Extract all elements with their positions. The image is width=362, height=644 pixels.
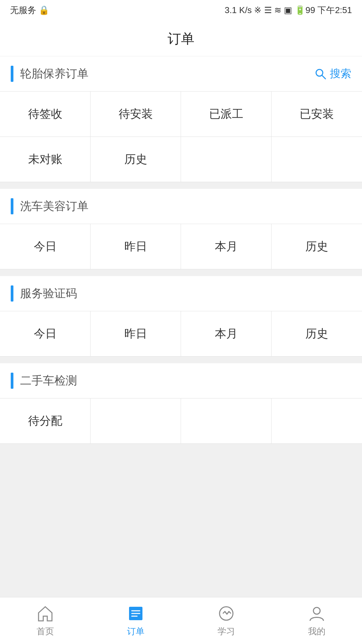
service-item-1[interactable]: 昨日: [90, 311, 181, 357]
carwash-section: 洗车美容订单 今日 昨日 本月 历史: [0, 189, 362, 269]
status-right: 3.1 K/s ※ ☰ ≋ ▣ 🔋99 下午2:51: [225, 4, 352, 16]
usedcar-section-title: 二手车检测: [20, 373, 77, 388]
tire-blue-bar: [11, 66, 13, 82]
tire-section-header: 轮胎保养订单 搜索: [0, 56, 362, 91]
usedcar-section: 二手车检测 待分配: [0, 363, 362, 444]
mine-icon: [307, 604, 326, 623]
carwash-item-1[interactable]: 昨日: [90, 224, 181, 269]
nav-item-learn[interactable]: 学习: [181, 604, 272, 637]
carwash-title-area: 洗车美容订单: [11, 198, 88, 214]
usedcar-item-0[interactable]: 待分配: [0, 398, 90, 444]
usedcar-blue-bar: [11, 373, 13, 389]
service-title-area: 服务验证码: [11, 285, 77, 302]
nav-item-orders[interactable]: 订单: [90, 604, 181, 637]
page-title: 订单: [168, 31, 194, 46]
orders-icon: [126, 604, 145, 623]
main-content: 轮胎保养订单 搜索 待签收 待安装 已派工 已安装 未对账 历史: [0, 56, 362, 504]
service-item-0[interactable]: 今日: [0, 311, 90, 357]
tire-item-2[interactable]: 已派工: [181, 92, 272, 137]
tire-item-4[interactable]: 未对账: [0, 137, 90, 182]
service-blue-bar: [11, 285, 13, 302]
carwash-item-3[interactable]: 历史: [272, 224, 362, 269]
nav-label-mine: 我的: [308, 626, 325, 637]
svg-point-7: [313, 607, 320, 614]
carwash-item-0[interactable]: 今日: [0, 224, 90, 269]
service-section: 服务验证码 今日 昨日 本月 历史: [0, 276, 362, 357]
service-item-3[interactable]: 历史: [272, 311, 362, 357]
tire-item-3[interactable]: 已安装: [272, 92, 362, 137]
nav-item-mine[interactable]: 我的: [272, 604, 362, 637]
usedcar-title-area: 二手车检测: [11, 373, 77, 389]
carwash-menu-grid: 今日 昨日 本月 历史: [0, 224, 362, 269]
tire-item-empty-2: [272, 137, 362, 182]
nav-label-orders: 订单: [127, 626, 144, 637]
tire-item-1[interactable]: 待安装: [90, 92, 181, 137]
home-icon: [36, 604, 55, 623]
status-bar: 无服务 🔒 3.1 K/s ※ ☰ ≋ ▣ 🔋99 下午2:51: [0, 0, 362, 20]
tire-menu-grid: 待签收 待安装 已派工 已安装 未对账 历史: [0, 91, 362, 182]
tire-item-0[interactable]: 待签收: [0, 92, 90, 137]
service-section-title: 服务验证码: [20, 286, 77, 301]
tire-search[interactable]: 搜索: [314, 66, 351, 81]
tire-section: 轮胎保养订单 搜索 待签收 待安装 已派工 已安装 未对账 历史: [0, 56, 362, 182]
usedcar-section-header: 二手车检测: [0, 363, 362, 398]
carwash-section-header: 洗车美容订单: [0, 189, 362, 224]
learn-icon: [217, 604, 236, 623]
carwash-item-2[interactable]: 本月: [181, 224, 272, 269]
usedcar-item-empty-2: [181, 398, 272, 444]
usedcar-menu-grid: 待分配: [0, 398, 362, 444]
nav-label-learn: 学习: [218, 626, 235, 637]
tire-item-empty-1: [181, 137, 272, 182]
service-menu-grid: 今日 昨日 本月 历史: [0, 311, 362, 357]
service-section-header: 服务验证码: [0, 276, 362, 311]
tire-section-title: 轮胎保养订单: [20, 66, 88, 82]
service-item-2[interactable]: 本月: [181, 311, 272, 357]
carwash-section-title: 洗车美容订单: [20, 199, 88, 214]
carwash-blue-bar: [11, 198, 13, 214]
nav-label-home: 首页: [37, 626, 54, 637]
tire-item-5[interactable]: 历史: [90, 137, 181, 182]
nav-item-home[interactable]: 首页: [0, 604, 90, 637]
page-header: 订单: [0, 20, 362, 56]
tire-title-area: 轮胎保养订单: [11, 66, 88, 82]
search-label[interactable]: 搜索: [330, 66, 351, 81]
bottom-nav: 首页 订单 学习 我的: [0, 597, 362, 644]
status-left: 无服务 🔒: [10, 4, 49, 16]
usedcar-item-empty-3: [272, 398, 362, 444]
svg-line-1: [322, 75, 325, 79]
search-icon: [314, 68, 326, 80]
usedcar-item-empty-1: [90, 398, 181, 444]
